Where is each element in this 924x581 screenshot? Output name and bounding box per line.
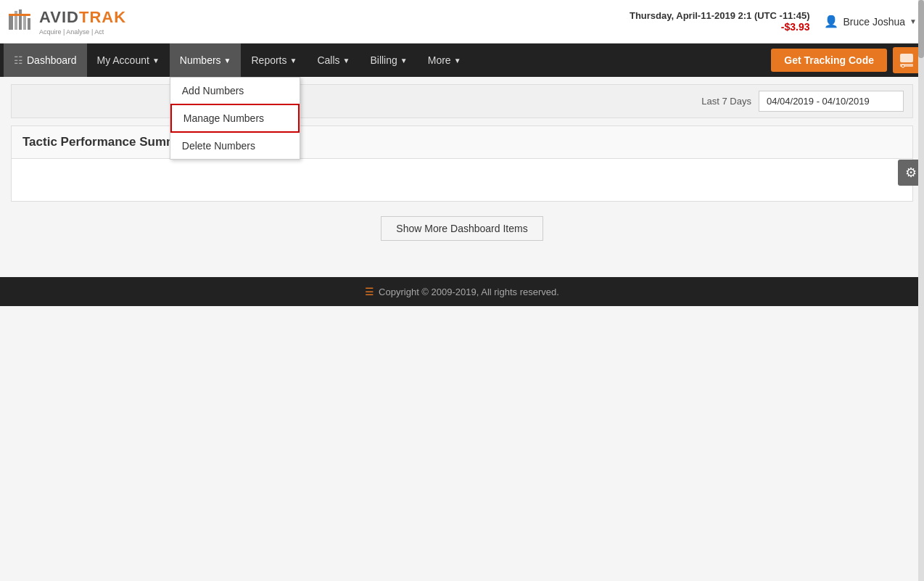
nav-my-account-label: My Account: [97, 54, 149, 66]
dashboard-icon: ☷: [14, 54, 23, 66]
section-header: Tactic Performance Summary: [11, 125, 913, 158]
footer: ☰ Copyright © 2009-2019, All rights rese…: [0, 277, 924, 306]
nav-numbers[interactable]: Numbers ▼ Add Numbers Manage Numbers Del…: [170, 44, 242, 77]
datetime-text: Thursday, April-11-2019 2:1 (UTC -11:45): [630, 10, 810, 21]
date-range-input[interactable]: [759, 91, 904, 112]
svg-rect-3: [23, 14, 26, 30]
settings-gear-icon: ⚙: [905, 165, 917, 181]
scrollbar-thumb: [918, 0, 924, 58]
top-right: Thursday, April-11-2019 2:1 (UTC -11:45)…: [630, 10, 917, 33]
nav-right: Get Tracking Code: [771, 47, 920, 73]
get-tracking-button[interactable]: Get Tracking Code: [771, 49, 887, 72]
right-scrollbar[interactable]: [918, 0, 924, 306]
dropdown-manage-numbers[interactable]: Manage Numbers: [170, 104, 300, 133]
calls-caret-icon: ▼: [343, 57, 350, 65]
logo-trak: TRAK: [79, 8, 126, 26]
billing-caret-icon: ▼: [400, 57, 408, 65]
nav-billing[interactable]: Billing ▼: [360, 44, 417, 77]
logo-icon: [7, 8, 35, 36]
datetime-area: Thursday, April-11-2019 2:1 (UTC -11:45)…: [630, 10, 810, 33]
logo-area: AVIDTRAK Acquire | Analyse | Act: [7, 8, 126, 36]
nav-more[interactable]: More ▼: [418, 44, 471, 77]
balance: -$3.93: [630, 21, 810, 33]
filter-bar: Last 7 Days: [11, 84, 913, 118]
svg-rect-0: [9, 14, 13, 30]
logo-avid: AVID: [39, 8, 79, 26]
nav-reports[interactable]: Reports ▼: [241, 44, 307, 77]
footer-icon: ☰: [365, 286, 374, 297]
reports-caret-icon: ▼: [290, 57, 297, 65]
numbers-dropdown: Add Numbers Manage Numbers Delete Number…: [170, 77, 300, 160]
nav-dashboard-label: Dashboard: [27, 54, 77, 66]
show-more-button[interactable]: Show More Dashboard Items: [381, 216, 543, 241]
user-caret-icon: ▼: [909, 17, 917, 25]
user-name: Bruce Joshua: [843, 16, 905, 28]
section-body: [11, 158, 913, 202]
logo-sub: Acquire | Analyse | Act: [39, 28, 126, 36]
user-menu[interactable]: 👤 Bruce Joshua ▼: [824, 15, 917, 28]
tag-icon-button[interactable]: [893, 47, 920, 73]
dropdown-add-numbers[interactable]: Add Numbers: [170, 78, 300, 104]
nav-dashboard[interactable]: ☷ Dashboard: [4, 44, 87, 77]
svg-rect-4: [28, 18, 30, 30]
nav-my-account[interactable]: My Account ▼: [87, 44, 170, 77]
svg-rect-6: [900, 54, 913, 62]
svg-point-8: [902, 65, 904, 67]
svg-rect-2: [19, 9, 22, 30]
numbers-caret-icon: ▼: [224, 57, 231, 65]
user-icon: 👤: [824, 15, 838, 28]
svg-rect-5: [9, 14, 30, 16]
more-caret-icon: ▼: [454, 57, 461, 65]
content-area: Last 7 Days Tactic Performance Summary S…: [0, 77, 924, 263]
nav-calls-label: Calls: [317, 54, 339, 66]
svg-rect-1: [15, 11, 17, 30]
nav-more-label: More: [428, 54, 451, 66]
nav-calls[interactable]: Calls ▼: [307, 44, 360, 77]
nav-reports-label: Reports: [251, 54, 286, 66]
filter-label: Last 7 Days: [701, 96, 751, 107]
nav-numbers-label: Numbers: [180, 54, 221, 66]
footer-copyright: Copyright © 2009-2019, All rights reserv…: [379, 287, 559, 297]
my-account-caret-icon: ▼: [152, 57, 160, 65]
top-bar: AVIDTRAK Acquire | Analyse | Act Thursda…: [0, 0, 924, 44]
nav-billing-label: Billing: [370, 54, 397, 66]
tag-icon: [899, 52, 915, 68]
navbar: ☷ Dashboard My Account ▼ Numbers ▼ Add N…: [0, 44, 924, 77]
dropdown-delete-numbers[interactable]: Delete Numbers: [170, 133, 300, 159]
